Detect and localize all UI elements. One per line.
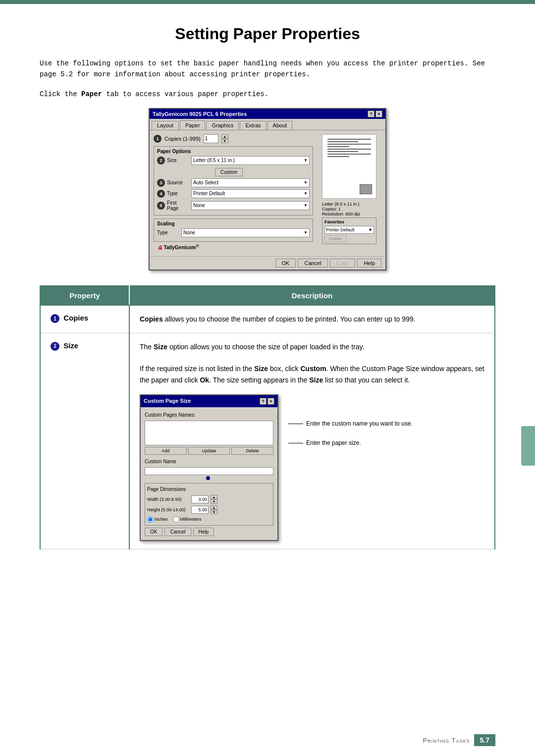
close-btn[interactable]: × [375,110,382,117]
table-header: Property Description [40,286,495,305]
minimize-btn[interactable]: ? [368,110,374,117]
copy-button[interactable]: Copy [330,259,356,268]
logo-text: TallyGenicom [164,245,196,250]
intro-paragraph: Use the following options to set the bas… [40,58,495,80]
scaling-arrow-icon: ▼ [304,230,308,235]
source-dropdown[interactable]: Auto Select ▼ [191,178,310,187]
delete-button[interactable]: Delete [324,235,346,242]
copies-desc-bold: Copies [140,315,163,323]
cps-height-label: Height (5.00-14.00) [147,506,189,513]
scaling-type-dropdown[interactable]: None ▼ [181,228,310,237]
size-row: 2 Size Letter (8.5 x 11 in.) ▼ [157,156,310,165]
cps-mm-radio[interactable] [173,516,179,523]
cps-dims-group: Page Dimensions Width (3.00-8.50) ▲ ▼ [145,483,273,525]
cps-update-btn[interactable]: Update [188,447,230,455]
click-instruction: Click the Paper tab to access various pa… [40,90,495,98]
custom-page-size-area: Custom Page Size ? × Custom Pages Names: [140,389,484,540]
tab-extras[interactable]: Extras [240,121,266,130]
cps-name-input[interactable] [145,467,273,475]
page-container: Setting Paper Properties Use the followi… [0,0,535,756]
cps-help-btn[interactable]: Help [193,528,214,536]
custom-dialog-body: Custom Pages Names: Add Update Delete [141,407,277,540]
size-property-label: Size [63,341,78,350]
copies-number: 1 [154,135,161,143]
preview-line-1 [327,139,371,140]
tab-about[interactable]: About [268,121,293,130]
table-row-size: 2 Size The Size option allows you to cho… [40,333,495,549]
cps-delete-btn[interactable]: Delete [231,447,273,455]
preview-line-7 [327,154,371,155]
page-preview [322,134,376,199]
copies-row: 1 Copies (1-999) ▲ ▼ [154,134,313,143]
copies-down[interactable]: ▼ [221,139,228,143]
type-label: Type [167,191,189,196]
height-down[interactable]: ▼ [211,510,217,514]
size-description-cell: The Size option allows you to choose the… [129,333,495,549]
favorites-arrow-icon: ▼ [368,227,373,232]
table-row-copies: 1 Copies Copies allows you to choose the… [40,305,495,333]
copies-badge: 1 [51,314,59,323]
printer-properties-dialog: TallyGenicom 9025 PCL 6 Properties ? × L… [149,108,386,270]
favorites-group: Favorites Printer Default ▼ Delete [322,217,376,244]
tab-layout[interactable]: Layout [152,121,179,130]
col-property-header: Property [40,286,129,305]
cps-cancel-btn[interactable]: Cancel [164,528,191,536]
custom-dialog-close-btn[interactable]: × [268,398,274,405]
tab-graphics[interactable]: Graphics [206,121,239,130]
cps-inches-radio[interactable] [147,516,154,523]
annotations: Enter the custom name you want to use. E… [288,389,413,448]
firstpage-label: First Page [167,200,189,211]
favorites-dropdown[interactable]: Printer Default ▼ [324,226,374,234]
copies-desc-text: allows you to choose the number of copie… [163,315,416,323]
size-badge: 2 [51,342,59,351]
cps-width-input[interactable] [191,495,209,503]
custom-dialog-help-btn[interactable]: ? [260,398,267,405]
titlebar-controls: ? × [368,110,382,117]
dialog-titlebar: TallyGenicom 9025 PCL 6 Properties ? × [150,109,385,119]
cps-ok-btn[interactable]: OK [145,528,162,536]
cps-height-input[interactable] [191,506,209,514]
source-number: 3 [157,179,165,187]
copies-property-label: Copies [63,314,88,322]
copies-description-cell: Copies allows you to choose the number o… [129,305,495,333]
ann-line-2 [288,443,303,443]
copies-up[interactable]: ▲ [221,134,228,139]
custom-dialog-titlebar: Custom Page Size ? × [141,395,277,407]
ann-text-1: Enter the custom name you want to use. [306,419,413,429]
preview-info-line2: Copies: 1 [322,207,376,212]
help-button[interactable]: Help [357,259,381,268]
cps-mm-label: Millimeters [173,516,202,523]
type-dropdown[interactable]: Printer Default ▼ [191,189,310,198]
cps-width-row: Width (3.00-8.50) ▲ ▼ [147,495,271,504]
source-label: Source [167,180,189,185]
preview-line-5 [327,149,371,150]
width-down[interactable]: ▼ [211,499,217,504]
custom-button[interactable]: Custom [215,168,243,176]
scaling-type-row: Type None ▼ [157,228,310,237]
dialog-body: 1 Copies (1-999) ▲ ▼ Paper Options [150,130,385,256]
preview-info: Letter (8.5 x 11 in.) Copies: 1 Resoluti… [322,202,376,216]
firstpage-dropdown[interactable]: None ▼ [191,201,310,210]
copies-input[interactable] [204,134,218,143]
type-row: 4 Type Printer Default ▼ [157,189,310,198]
width-spinner: ▲ ▼ [211,495,217,504]
firstpage-arrow-icon: ▼ [304,203,308,208]
tab-paper[interactable]: Paper [180,120,205,130]
dialog-footer: OK Cancel Copy Help [150,256,385,270]
cps-add-btn[interactable]: Add [145,447,187,455]
cancel-button[interactable]: Cancel [298,259,327,268]
size-dropdown[interactable]: Letter (8.5 x 11 in.) ▼ [191,156,310,165]
cps-name-section: Custom Name [145,458,273,482]
type-arrow-icon: ▼ [304,191,308,196]
ok-button[interactable]: OK [275,259,296,268]
height-up[interactable]: ▲ [211,505,217,510]
cps-height-row: Height (5.00-14.00) ▲ ▼ [147,505,271,514]
cps-names-listbox[interactable] [145,421,273,445]
copies-label: Copies (1-999) [164,136,201,142]
width-up[interactable]: ▲ [211,495,217,499]
dialog-right-panel: Letter (8.5 x 11 in.) Copies: 1 Resoluti… [317,134,381,252]
source-value: Auto Select [193,180,218,185]
preview-thumbnail [360,184,372,194]
cps-dims-label: Page Dimensions [147,486,271,493]
size-arrow-icon: ▼ [304,158,308,162]
